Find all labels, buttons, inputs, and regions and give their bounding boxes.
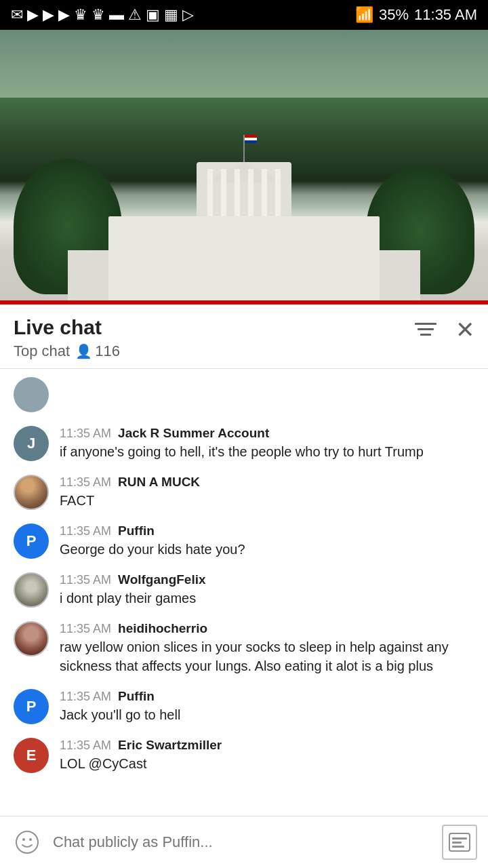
- svg-point-3: [16, 831, 38, 853]
- msg-name: Eric Swartzmiller: [118, 738, 222, 753]
- avatar: [14, 377, 49, 412]
- youtube-icon: ▶: [27, 6, 39, 24]
- filter-icon-svg: [415, 321, 436, 338]
- chat-message: E 11:35 AM Eric Swartzmiller LOL @CyCast: [0, 731, 488, 780]
- crown2-icon: ♛: [92, 6, 105, 24]
- portico-columns: [197, 169, 291, 216]
- avatar: E: [14, 738, 49, 773]
- chat-message: 11:35 AM heidihocherrio raw yellow onion…: [0, 614, 488, 682]
- msg-content: 11:35 AM Puffin George do your kids hate…: [60, 524, 474, 559]
- message-icon: ✉: [11, 6, 23, 24]
- msg-text: i dont play their games: [60, 589, 474, 608]
- chat-message: 11:35 AM WolfgangFelix i dont play their…: [0, 566, 488, 614]
- close-button[interactable]: ✕: [455, 318, 474, 341]
- msg-time: 11:35 AM: [60, 738, 111, 753]
- msg-content: 11:35 AM WolfgangFelix i dont play their…: [60, 572, 474, 608]
- status-bar: ✉ ▶ ▶ ▶ ♛ ♛ ▬ ⚠ ▣ ▦ ▷ 📶 35% 11:35 AM: [0, 0, 488, 30]
- video-player[interactable]: [0, 30, 488, 304]
- photo-icon: ▣: [146, 6, 160, 24]
- svg-rect-0: [415, 323, 436, 325]
- msg-time: 11:35 AM: [60, 622, 111, 636]
- viewer-icon: 👤: [75, 343, 92, 359]
- svg-point-5: [29, 838, 32, 841]
- battery-level: 35%: [379, 6, 409, 24]
- status-icons: ✉ ▶ ▶ ▶ ♛ ♛ ▬ ⚠ ▣ ▦ ▷: [11, 6, 194, 24]
- chat-message: P 11:35 AM Puffin George do your kids ha…: [0, 517, 488, 566]
- avatar-letter: E: [26, 747, 37, 764]
- msg-name: RUN A MUCK: [118, 475, 200, 490]
- column: [235, 169, 240, 216]
- msg-text: Jack you'll go to hell: [60, 705, 474, 724]
- msg-meta: 11:35 AM Puffin: [60, 524, 474, 538]
- msg-content: 11:35 AM heidihocherrio raw yellow onion…: [60, 621, 474, 675]
- avatar: [14, 572, 49, 608]
- wifi-icon: 📶: [355, 6, 373, 24]
- msg-content: 11:35 AM Jack R Summer Account if anyone…: [60, 426, 474, 461]
- msg-name: Puffin: [118, 524, 155, 538]
- msg-time: 11:35 AM: [60, 475, 111, 490]
- chat-message: J 11:35 AM Jack R Summer Account if anyo…: [0, 419, 488, 468]
- avatar: P: [14, 524, 49, 559]
- msg-meta: 11:35 AM Eric Swartzmiller: [60, 738, 474, 753]
- msg-text: if anyone's going to hell, it's the peop…: [60, 442, 474, 461]
- play3-icon: ▷: [182, 6, 194, 24]
- folder-icon: ▬: [109, 6, 124, 24]
- super-chat-button[interactable]: [442, 825, 477, 860]
- avatar-letter: P: [26, 532, 37, 550]
- chat-header: Live chat Top chat 👤 116 ✕: [0, 304, 488, 369]
- msg-content: 11:35 AM Eric Swartzmiller LOL @CyCast: [60, 738, 474, 773]
- svg-rect-7: [452, 837, 467, 840]
- flag: [245, 135, 257, 143]
- emoji-button[interactable]: [11, 826, 43, 859]
- column: [221, 169, 226, 216]
- column: [275, 169, 281, 216]
- crown-icon: ♛: [74, 6, 87, 24]
- svg-point-4: [22, 838, 25, 841]
- chat-header-left: Live chat Top chat 👤 116: [14, 315, 120, 360]
- avatar: J: [14, 426, 49, 461]
- top-chat-label[interactable]: Top chat: [14, 342, 70, 360]
- avatar: [14, 621, 49, 656]
- column: [248, 169, 253, 216]
- msg-meta: 11:35 AM Jack R Summer Account: [60, 426, 474, 441]
- play2-icon: ▶: [58, 6, 70, 24]
- msg-name: Jack R Summer Account: [118, 426, 269, 441]
- status-indicators: 📶 35% 11:35 AM: [355, 6, 477, 24]
- play-icon: ▶: [43, 6, 54, 24]
- chat-input-bar: [0, 816, 488, 868]
- avatar-letter: P: [26, 698, 37, 715]
- chat-messages: J 11:35 AM Jack R Summer Account if anyo…: [0, 369, 488, 785]
- chat-input-field[interactable]: [53, 833, 432, 851]
- chat-message: 11:35 AM RUN A MUCK FACT: [0, 468, 488, 517]
- chat-subtitle: Top chat 👤 116: [14, 342, 120, 360]
- filter-button[interactable]: [412, 319, 439, 340]
- msg-text: raw yellow onion slices in your socks to…: [60, 637, 474, 675]
- svg-rect-9: [452, 846, 464, 848]
- white-house-portico: [197, 162, 291, 216]
- alert-icon: ⚠: [128, 6, 142, 24]
- msg-time: 11:35 AM: [60, 573, 111, 587]
- msg-time: 11:35 AM: [60, 690, 111, 704]
- chat-header-right: ✕: [412, 318, 474, 341]
- msg-content: 11:35 AM Puffin Jack you'll go to hell: [60, 689, 474, 724]
- svg-rect-2: [420, 334, 431, 336]
- msg-meta: 11:35 AM Puffin: [60, 689, 474, 704]
- clock: 11:35 AM: [414, 6, 477, 24]
- msg-name: WolfgangFelix: [118, 572, 205, 587]
- flag-pole: [243, 135, 245, 162]
- msg-content: 11:35 AM RUN A MUCK FACT: [60, 475, 474, 510]
- avatar: [14, 475, 49, 510]
- msg-meta: 11:35 AM WolfgangFelix: [60, 572, 474, 587]
- avatar-letter: J: [27, 435, 35, 452]
- msg-text: LOL @CyCast: [60, 754, 474, 773]
- calendar-icon: ▦: [164, 6, 178, 24]
- msg-meta: 11:35 AM RUN A MUCK: [60, 475, 474, 490]
- column: [262, 169, 267, 216]
- sky-bg: [0, 30, 488, 98]
- partial-message: [0, 374, 488, 419]
- svg-rect-8: [452, 842, 462, 844]
- column: [207, 169, 213, 216]
- avatar: P: [14, 689, 49, 724]
- svg-rect-1: [418, 328, 434, 330]
- msg-text: George do your kids hate you?: [60, 540, 474, 559]
